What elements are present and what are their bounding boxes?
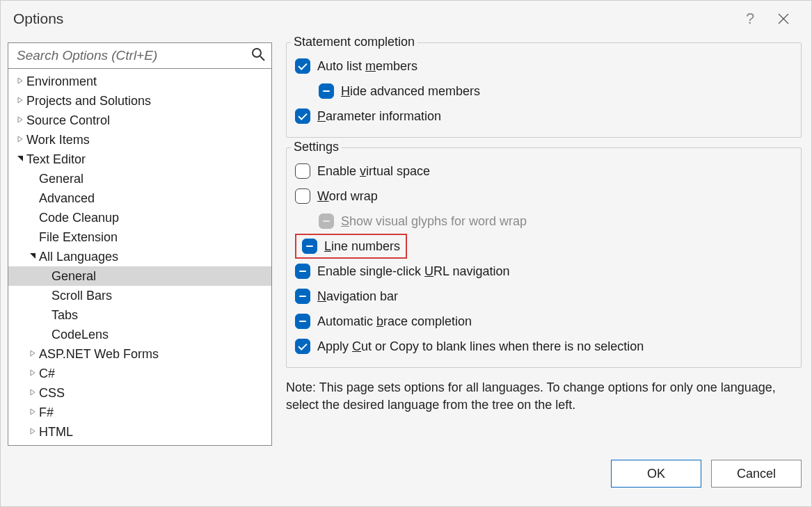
tree-item-label: ASP.NET Web Forms [39,347,159,362]
highlighted-option: Line numbers [295,234,407,259]
checkbox-autolist[interactable] [295,58,310,74]
ok-button[interactable]: OK [611,460,701,488]
tree-item[interactable]: F# [8,403,271,422]
tree-item[interactable]: ▷General [8,266,271,286]
search-input[interactable] [15,47,250,64]
checkbox-cutcopy[interactable] [295,339,310,354]
checkbox-urlnav[interactable] [295,264,310,279]
search-icon[interactable] [250,47,266,65]
tree-item[interactable]: Text Editor [8,150,271,169]
tree-item[interactable]: ▷CodeLens [8,325,271,344]
tree-item-label: CodeLens [51,328,109,342]
tree-item-label: Environment [26,74,97,89]
checkbox-navbar[interactable] [295,289,310,304]
group-title: Statement completion [291,35,417,49]
option-label: Auto list members [317,59,417,74]
option-label: Enable virtual space [317,164,430,179]
tree-item-label: CSS [39,386,65,401]
checkbox-linenum[interactable] [302,239,317,254]
tree-item-label: Scroll Bars [51,289,112,303]
close-icon [777,13,790,25]
tree-item-label: Source Control [26,113,110,128]
options-tree[interactable]: EnvironmentProjects and SolutionsSource … [8,69,271,445]
group-settings: Settings Enable virtual spaceWord wrapSh… [286,147,802,368]
svg-point-2 [253,49,261,57]
option-label: Hide advanced members [341,84,480,99]
option-label: Show visual glyphs for word wrap [341,214,527,229]
tree-expand-icon[interactable] [15,96,25,106]
option-label: Word wrap [317,189,378,204]
close-button[interactable] [767,2,800,35]
checkbox-glyphs [319,214,334,229]
option-label: Navigation bar [317,289,398,304]
tree-item[interactable]: All Languages [8,247,271,266]
tree-item[interactable]: ▷Scroll Bars [8,286,271,305]
tree-item[interactable]: C# [8,364,271,383]
tree-item[interactable]: Work Items [8,130,271,150]
tree-item[interactable]: ▷General [8,169,271,188]
group-statement-completion: Statement completion Auto list membersHi… [286,42,802,138]
tree-expand-icon[interactable] [28,349,38,359]
titlebar: Options ? [1,1,811,37]
cancel-button[interactable]: Cancel [711,460,802,488]
tree-expand-icon[interactable] [15,135,25,145]
checkbox-virtspace[interactable] [295,163,310,179]
tree-item-label: Text Editor [26,152,86,167]
tree-item[interactable]: CSS [8,383,271,403]
window-title: Options [13,10,63,27]
checkbox-paraminfo[interactable] [295,108,310,124]
option-label: Line numbers [324,239,400,254]
tree-item-label: Advanced [39,191,95,206]
tree-item[interactable]: HTML [8,422,271,442]
tree-item-label: Code Cleanup [39,211,119,225]
tree-item[interactable]: ▷Advanced [8,188,271,208]
checkbox-hideadv[interactable] [319,83,334,99]
tree-item-label: Work Items [26,133,90,147]
tree-item-label: F# [39,405,54,420]
tree-expand-icon[interactable] [28,369,38,378]
tree-item[interactable]: Source Control [8,111,271,130]
tree-item-label: C# [39,367,55,381]
option-label: Apply Cut or Copy to blank lines when th… [317,339,644,354]
tree-expand-icon[interactable] [15,77,25,86]
option-label: Parameter information [317,109,441,124]
tree-item[interactable]: Environment [8,72,271,91]
tree-expand-icon[interactable] [28,408,38,417]
tree-item[interactable]: ▷Tabs [8,305,271,325]
svg-line-3 [260,56,264,61]
tree-expand-icon[interactable] [15,154,25,164]
tree-item-label: HTML [39,425,73,440]
checkbox-brace[interactable] [295,314,310,329]
tree-item[interactable]: ▷File Extension [8,227,271,247]
tree-item-label: General [39,172,83,186]
search-box[interactable] [8,42,272,69]
help-button[interactable]: ? [733,2,767,35]
group-title: Settings [291,140,342,154]
note-text: Note: This page sets options for all lan… [286,379,802,414]
checkbox-wordwrap[interactable] [295,188,310,204]
tree-item-label: File Extension [39,230,118,245]
tree-expand-icon[interactable] [15,115,25,125]
tree-item[interactable]: ASP.NET Web Forms [8,344,271,364]
tree-item-label: Tabs [51,308,78,323]
tree-expand-icon[interactable] [28,388,38,398]
tree-item[interactable]: ▷Code Cleanup [8,208,271,227]
option-label: Automatic brace completion [317,314,472,329]
tree-expand-icon[interactable] [28,252,38,261]
tree-item[interactable]: Projects and Solutions [8,91,271,111]
option-label: Enable single-click URL navigation [317,264,509,279]
tree-expand-icon[interactable] [28,427,38,437]
dialog-footer: OK Cancel [1,446,811,501]
tree-item-label: Projects and Solutions [26,94,151,108]
tree-item-label: General [51,269,96,284]
tree-item-label: All Languages [39,250,118,264]
